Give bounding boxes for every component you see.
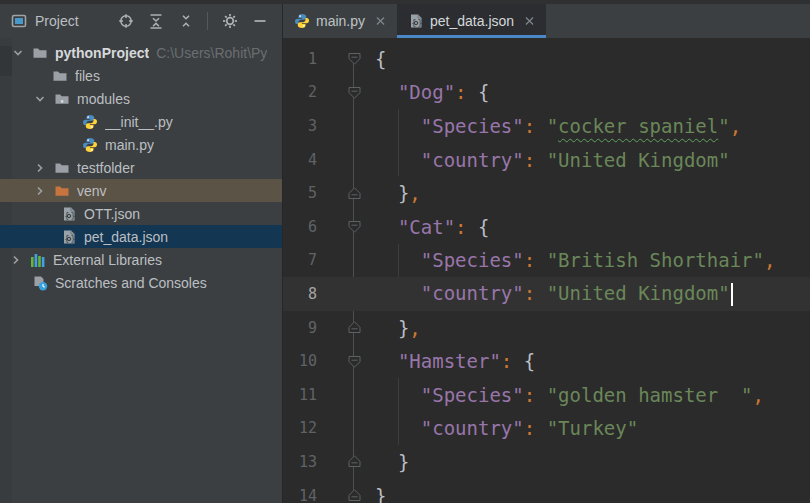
locate-icon[interactable] — [117, 13, 134, 30]
fold-marker-end-icon[interactable] — [317, 186, 375, 201]
tree-item-modules[interactable]: modules — [0, 87, 282, 110]
editor[interactable]: 1{2 "Dog": {3 "Species": "cocker spaniel… — [283, 38, 810, 503]
line-number: 3 — [283, 117, 317, 135]
chevron-right-icon[interactable] — [8, 252, 24, 268]
fold-marker-start-icon[interactable] — [317, 51, 375, 66]
editor-line-14[interactable]: 14} — [283, 479, 810, 503]
token-str: " — [547, 115, 558, 137]
editor-line-8[interactable]: 8 "country": "United Kingdom" — [283, 277, 810, 311]
editor-line-1[interactable]: 1{ — [283, 42, 810, 76]
editor-line-13[interactable]: 13 } — [283, 445, 810, 479]
editor-line-6[interactable]: 6 "Cat": { — [283, 210, 810, 244]
tab-main-py[interactable]: main.py — [283, 4, 397, 38]
tree-item-ott-json[interactable]: {}OTT.json — [0, 202, 282, 225]
tree-item-scratches-and-consoles[interactable]: Scratches and Consoles — [0, 271, 282, 294]
chevron-down-icon[interactable] — [10, 45, 26, 61]
token-plain — [375, 115, 421, 137]
tab-pet-data-json[interactable]: {}pet_data.json — [397, 4, 546, 38]
folder-icon — [31, 45, 48, 61]
tree-item-label: venv — [77, 183, 107, 199]
hide-icon[interactable] — [251, 13, 268, 30]
libraries-icon — [29, 252, 46, 268]
editor-line-4[interactable]: 4 "country": "United Kingdom" — [283, 143, 810, 177]
token-brace: } — [375, 485, 386, 503]
close-tab-icon[interactable] — [373, 14, 388, 29]
code-text: }, — [375, 317, 421, 339]
token-str: "golden hamster " — [547, 384, 753, 406]
python-icon — [81, 114, 98, 130]
tree-item-label: Scratches and Consoles — [55, 275, 207, 291]
token-key: "Dog" — [398, 81, 455, 103]
scratches-icon — [31, 275, 48, 291]
editor-line-3[interactable]: 3 "Species": "cocker spaniel", — [283, 109, 810, 143]
fold-marker-end-icon[interactable] — [317, 454, 375, 469]
project-path: C:\Users\Rohit\Py — [156, 45, 267, 61]
token-str: "Turkey" — [547, 417, 639, 439]
token-plain — [375, 417, 421, 439]
token-brace: } — [398, 182, 409, 204]
editor-line-10[interactable]: 10 "Hamster": { — [283, 344, 810, 378]
tree-item-external-libraries[interactable]: External Libraries — [0, 248, 282, 271]
token-plain — [375, 182, 398, 204]
tree-item-venv[interactable]: venv — [0, 179, 282, 202]
code-text: "country": "United Kingdom" — [375, 282, 733, 306]
code-text: "Species": "cocker spaniel", — [375, 115, 741, 137]
code-text: "country": "Turkey" — [375, 417, 638, 439]
token-punct: : — [524, 282, 535, 304]
editor-lines: 1{2 "Dog": {3 "Species": "cocker spaniel… — [283, 42, 810, 503]
tree-item-label: __init__.py — [105, 114, 173, 130]
line-number: 14 — [283, 487, 317, 503]
close-tab-icon[interactable] — [522, 14, 537, 29]
token-key: "Hamster" — [398, 350, 501, 372]
fold-marker-start-icon[interactable] — [317, 354, 375, 369]
expand-all-icon[interactable] — [147, 13, 164, 30]
tree-item-main-py[interactable]: main.py — [0, 133, 282, 156]
collapse-all-icon[interactable] — [177, 13, 194, 30]
chevron-down-icon[interactable] — [32, 91, 48, 107]
token-key: "Cat" — [398, 216, 455, 238]
code-text: }, — [375, 182, 421, 204]
line-number: 10 — [283, 352, 317, 370]
code-text: } — [375, 485, 386, 503]
python-icon — [81, 137, 98, 153]
token-plain — [535, 384, 546, 406]
project-panel-header: Project — [0, 4, 282, 38]
token-typo: cocker spaniel — [558, 115, 718, 137]
token-punct: : — [524, 149, 535, 171]
tree-item-init-py[interactable]: __init__.py — [0, 110, 282, 133]
token-punct: , — [730, 115, 741, 137]
tree-item-pet-data-json[interactable]: {}pet_data.json — [0, 225, 282, 248]
tree-item-files[interactable]: files — [0, 64, 282, 87]
tree-item-pythonproject[interactable]: pythonProjectC:\Users\Rohit\Py — [0, 41, 282, 64]
chevron-right-icon[interactable] — [32, 160, 48, 176]
editor-line-11[interactable]: 11 "Species": "golden hamster ", — [283, 378, 810, 412]
settings-icon[interactable] — [221, 13, 238, 30]
json-icon: {} — [60, 229, 77, 245]
token-plain — [375, 350, 398, 372]
token-punct: : — [524, 115, 535, 137]
line-number: 9 — [283, 319, 317, 337]
fold-marker-start-icon[interactable] — [317, 219, 375, 234]
token-plain — [512, 350, 523, 372]
token-punct: : — [501, 350, 512, 372]
token-punct: , — [764, 249, 775, 271]
tree-item-label: pythonProject — [55, 45, 149, 61]
project-tool-window-icon — [10, 13, 27, 30]
token-punct: : — [524, 249, 535, 271]
token-key: "Species" — [421, 384, 524, 406]
line-number: 13 — [283, 453, 317, 471]
fold-marker-start-icon[interactable] — [317, 85, 375, 100]
chevron-right-icon[interactable] — [32, 183, 48, 199]
editor-line-7[interactable]: 7 "Species": "British Shorthair", — [283, 244, 810, 278]
folder-package-icon — [53, 91, 70, 107]
fold-marker-end-icon[interactable] — [317, 488, 375, 503]
editor-line-5[interactable]: 5 }, — [283, 176, 810, 210]
code-text: { — [375, 48, 386, 70]
editor-line-12[interactable]: 12 "country": "Turkey" — [283, 412, 810, 446]
token-plain — [535, 249, 546, 271]
editor-line-2[interactable]: 2 "Dog": { — [283, 76, 810, 110]
fold-marker-end-icon[interactable] — [317, 320, 375, 335]
line-number: 4 — [283, 151, 317, 169]
editor-line-9[interactable]: 9 }, — [283, 311, 810, 345]
tree-item-testfolder[interactable]: testfolder — [0, 156, 282, 179]
